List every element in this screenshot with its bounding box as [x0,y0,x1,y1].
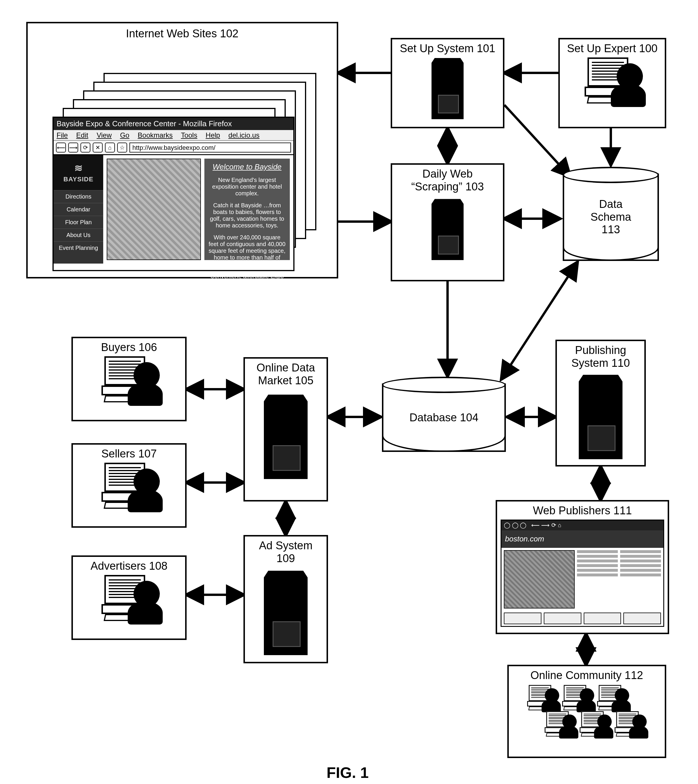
server-icon [431,199,464,260]
hero-sub: Convenient, affordable Expo—minutes away… [209,273,286,286]
node-ad-system: Ad System 109 [244,535,328,663]
hero-headline: Welcome to Bayside [209,163,286,171]
publisher-site-thumb: ◯ ◯ ◯ ⟵ ⟶ ⟳ ⌂ boston.com [500,520,664,627]
server-icon [431,58,464,119]
site-logo-text: BAYSIDE [64,176,94,183]
thumb-brand: boston.com [502,530,663,548]
node-label: Online Community 112 [509,669,665,682]
node-daily-web-scraping: Daily Web “Scraping” 103 [391,163,504,282]
node-web-publishers: Web Publishers 111 ◯ ◯ ◯ ⟵ ⟶ ⟳ ⌂ boston.… [496,500,669,634]
node-label: Data Schema 113 [564,198,657,236]
hero-sub: Catch it at Bayside …from boats to babie… [209,202,286,229]
menu-item: del.icio.us [228,131,260,139]
hero-text: Welcome to Bayside New England's largest… [204,159,290,260]
hero-sub: New England's largest exposition center … [209,177,286,197]
sidebar-item: Calendar [54,203,103,216]
node-label: Database 104 [384,412,504,424]
user-at-computer-icon [584,58,640,104]
server-icon [264,571,308,655]
home-icon: ⌂ [105,143,115,153]
menu-item: View [97,131,112,139]
browser-title: Bayside Expo & Conference Center - Mozil… [54,118,293,130]
user-at-computer-icon [102,356,157,403]
site-logo: ≋ BAYSIDE [54,155,103,190]
node-internet-web-sites: Internet Web Sites 102 Bayside Expo & Co… [26,22,338,278]
back-icon: ⟵ [56,143,66,153]
node-publishing-system: Publishing System 110 [555,340,646,466]
node-label: Set Up Expert 100 [560,42,665,55]
tag-icon: ☆ [117,143,127,153]
stop-icon: ✕ [93,143,103,153]
node-label: Web Publishers 111 [497,504,668,517]
server-icon [264,394,308,479]
node-label: Advertisers 108 [73,560,185,573]
node-label: Buyers 106 [73,341,185,354]
sidebar-item: Event Planning [54,241,103,254]
server-icon [579,375,622,459]
node-online-community: Online Community 112 [507,665,666,758]
node-label: Set Up System 101 [392,42,503,55]
menu-item: Edit [76,131,88,139]
sidebar-item: Directions [54,190,103,203]
menu-item: File [56,131,68,139]
user-at-computer-icon [102,463,157,509]
node-advertisers: Advertisers 108 [71,555,187,640]
node-sellers: Sellers 107 [71,443,187,528]
menu-item: Help [206,131,220,139]
browser-window: Bayside Expo & Conference Center - Mozil… [53,117,295,271]
url-box: http://www.baysideexpo.com/ [130,143,291,153]
node-label: Internet Web Sites 102 [28,27,337,40]
browser-body: ≋ BAYSIDE Directions Calendar Floor Plan… [54,155,293,264]
figure-caption: FIG. 1 [326,764,369,781]
menu-item: Go [120,131,130,139]
node-label: Online Data Market 105 [245,362,326,387]
browser-toolbar: ⟵ ⟶ ⟳ ✕ ⌂ ☆ http://www.baysideexpo.com/ [54,141,293,155]
node-label: Ad System 109 [245,539,326,565]
browser-sidebar: ≋ BAYSIDE Directions Calendar Floor Plan… [54,155,103,264]
node-set-up-expert: Set Up Expert 100 [558,38,666,128]
node-label: Publishing System 110 [557,344,644,369]
user-at-computer-icon [102,575,157,622]
node-set-up-system: Set Up System 101 [391,38,504,128]
node-database: Database 104 [382,384,506,452]
diagram-canvas: Internet Web Sites 102 Bayside Expo & Co… [0,0,698,784]
hero-image [107,159,201,260]
forward-icon: ⟶ [68,143,78,153]
browser-menu: File Edit View Go Bookmarks Tools Help d… [54,130,293,141]
node-buyers: Buyers 106 [71,337,187,421]
reload-icon: ⟳ [81,143,91,153]
menu-item: Bookmarks [138,131,173,139]
browser-main: Welcome to Bayside New England's largest… [103,155,293,264]
menu-item: Tools [181,131,198,139]
users-group-icon [524,684,650,745]
sidebar-item: Floor Plan [54,216,103,229]
hero-sub: With over 240,000 square feet of contigu… [209,234,286,268]
node-data-schema: Data Schema 113 [563,173,659,261]
thumb-toolbar: ◯ ◯ ◯ ⟵ ⟶ ⟳ ⌂ [502,520,663,530]
node-label: Sellers 107 [73,448,185,460]
node-online-data-market: Online Data Market 105 [244,357,328,501]
sidebar-item: About Us [54,229,103,241]
node-label: Daily Web “Scraping” 103 [392,168,503,193]
